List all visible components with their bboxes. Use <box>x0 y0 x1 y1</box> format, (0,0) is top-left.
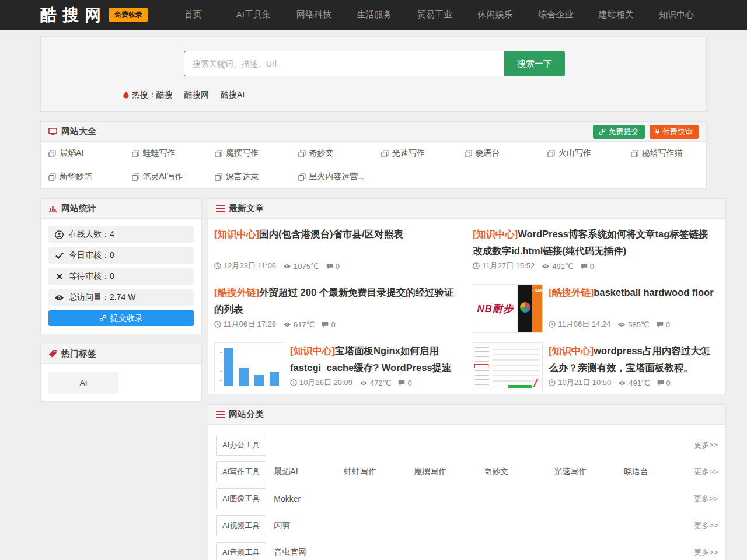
submit-site-button[interactable]: 提交收录 <box>48 310 194 326</box>
category-site-link[interactable]: Mokker <box>274 494 344 503</box>
category-site-link[interactable]: 魔撰写作 <box>414 467 484 477</box>
site-link[interactable]: 光速写作 <box>374 142 457 165</box>
article-category[interactable]: [酷搜外链] <box>549 287 594 298</box>
article-item[interactable]: [知识中心]国内(包含港澳台)省市县/区对照表 12月23日 11:06 107… <box>208 219 467 277</box>
article-item[interactable]: [知识中心]宝塔面板Nginx如何启用fastcgi_cache缓存? Word… <box>208 335 467 394</box>
category-row: AI办公工具 更多>> <box>208 432 725 459</box>
category-site-link[interactable]: 奇妙文 <box>484 467 554 477</box>
user-circle-icon <box>54 230 64 239</box>
category-site-link[interactable]: 晓语台 <box>624 467 694 477</box>
more-link[interactable]: 更多>> <box>694 547 718 558</box>
article-title[interactable]: [知识中心]宝塔面板Nginx如何启用fastcgi_cache缓存? Word… <box>290 342 459 376</box>
tag-chip-ai[interactable]: AI <box>48 372 118 394</box>
nav-item-entertainment[interactable]: 休闲娱乐 <box>465 9 526 20</box>
article-item[interactable]: [知识中心]WordPress博客系统如何将文章tag标签链接改成数字id.ht… <box>467 219 725 277</box>
site-link[interactable]: 新华妙笔 <box>41 165 124 188</box>
hot-term[interactable]: 酷搜 <box>156 90 173 100</box>
nav-item-knowledge[interactable]: 知识中心 <box>647 9 707 20</box>
site-link[interactable]: 魔撰写作 <box>207 142 291 165</box>
article-item[interactable]: [酷搜外链]外贸超过 200 个最新免费目录提交的经过验证的列表 11月06日 … <box>208 277 467 335</box>
site-link[interactable]: 晨熖AI <box>41 142 124 165</box>
nav-item-site-building[interactable]: 建站相关 <box>586 9 647 20</box>
clone-icon <box>215 173 222 181</box>
article-comments: 0 <box>407 379 411 387</box>
site-link[interactable]: 晓语台 <box>457 142 540 165</box>
hot-term[interactable]: 酷搜AI <box>221 90 245 100</box>
site-link[interactable]: 秘塔写作猫 <box>623 142 707 165</box>
main-nav: 首页 AI工具集 网络科技 生活服务 贸易工业 休闲娱乐 综合企业 建站相关 知… <box>163 9 707 20</box>
article-comments: 0 <box>666 379 671 387</box>
article-title[interactable]: [知识中心]WordPress博客系统如何将文章tag标签链接改成数字id.ht… <box>473 226 717 260</box>
clock-icon <box>290 379 297 386</box>
search-button[interactable]: 搜索一下 <box>504 51 565 76</box>
main-column: 最新文章 [知识中心]国内(包含港澳台)省市县/区对照表 12月23日 11:0… <box>208 198 726 560</box>
category-site-link[interactable]: 晨熖AI <box>274 467 344 477</box>
nav-item-life-services[interactable]: 生活服务 <box>344 9 405 20</box>
article-comments: 0 <box>590 262 594 271</box>
nav-item-home[interactable]: 首页 <box>163 9 224 20</box>
article-category[interactable]: [酷搜外链] <box>214 287 259 298</box>
article-thumbnail[interactable] <box>214 342 284 391</box>
site-link[interactable]: 星火内容运营... <box>291 165 374 188</box>
article-item[interactable]: NB耐步 FIBA [酷搜外链]basketball hardwood floo… <box>467 277 725 335</box>
site-link[interactable]: 蛙蛙写作 <box>124 142 208 165</box>
nav-item-network-tech[interactable]: 网络科技 <box>284 9 344 20</box>
site-link[interactable]: 火山写作 <box>540 142 623 165</box>
category-label[interactable]: AI视频工具 <box>216 515 266 536</box>
article-item[interactable]: [知识中心]wordpress占用内容过大怎么办？亲测有效，宝塔面板教程。 10… <box>467 335 725 394</box>
eye-icon <box>618 380 626 386</box>
search-input[interactable] <box>184 51 504 76</box>
more-link[interactable]: 更多>> <box>694 494 718 504</box>
bar-chart-icon <box>48 204 57 213</box>
article-category[interactable]: [知识中心] <box>214 229 259 239</box>
category-row: AI图像工具 Mokker 更多>> <box>208 485 725 512</box>
free-include-badge[interactable]: 免费收录 <box>109 8 148 22</box>
article-title[interactable]: [酷搜外链]外贸超过 200 个最新免费目录提交的经过验证的列表 <box>214 284 459 318</box>
category-site-link[interactable]: 蛙蛙写作 <box>344 467 414 477</box>
article-title[interactable]: [酷搜外链]basketball hardwood floor <box>549 284 717 301</box>
site-directory-header: 网站大全 免费提交 ¥ 付费快审 <box>41 122 706 142</box>
article-category[interactable]: [知识中心] <box>290 345 335 356</box>
eye-icon <box>283 322 291 327</box>
article-title[interactable]: [知识中心]wordpress占用内容过大怎么办？亲测有效，宝塔面板教程。 <box>549 342 717 376</box>
nav-item-ai-tools[interactable]: AI工具集 <box>224 9 284 20</box>
category-site-link[interactable]: 音虫官网 <box>274 547 344 558</box>
site-directory-grid: 晨熖AI 蛙蛙写作 魔撰写作 奇妙文 光速写作 晓语台 火山写作 秘塔写作猫 新… <box>41 142 706 188</box>
site-logo[interactable]: 酷搜网 <box>40 4 107 26</box>
free-submit-button[interactable]: 免费提交 <box>593 125 645 139</box>
hot-term[interactable]: 酷搜网 <box>184 90 209 100</box>
tag-icon <box>48 349 57 358</box>
nav-item-trade-industry[interactable]: 贸易工业 <box>404 9 465 20</box>
category-site-link[interactable]: 闪剪 <box>274 520 344 531</box>
article-date: 11月27日 15:52 <box>482 261 535 271</box>
article-thumbnail[interactable]: NB耐步 FIBA <box>473 284 543 333</box>
site-link[interactable]: 奇妙文 <box>291 142 374 165</box>
more-link[interactable]: 更多>> <box>694 520 718 531</box>
clock-icon <box>549 321 556 328</box>
sidebar: 网站统计 在线人数：4 今日审核：0 <box>40 198 202 402</box>
article-thumbnail[interactable] <box>473 342 543 391</box>
category-label[interactable]: AI写作工具 <box>216 461 266 482</box>
category-label[interactable]: AI音频工具 <box>216 542 266 560</box>
clone-icon <box>48 150 56 158</box>
x-icon <box>54 273 64 280</box>
article-title[interactable]: [知识中心]国内(包含港澳台)省市县/区对照表 <box>214 226 459 243</box>
basketball-icon <box>520 302 530 313</box>
site-link[interactable]: 深言达意 <box>207 165 291 188</box>
article-date: 10月21日 10:50 <box>558 377 611 388</box>
site-link[interactable]: 笔灵AI写作 <box>124 165 208 188</box>
search-group: 搜索一下 <box>184 51 565 76</box>
category-label[interactable]: AI图像工具 <box>216 488 266 509</box>
category-label[interactable]: AI办公工具 <box>216 435 266 456</box>
paid-review-button[interactable]: ¥ 付费快审 <box>650 125 699 139</box>
category-row: AI写作工具 晨熖AI 蛙蛙写作 魔撰写作 奇妙文 光速写作 晓语台 更多>> <box>208 459 725 485</box>
eye-icon <box>359 380 368 386</box>
article-date: 12月23日 11:06 <box>224 261 276 271</box>
clone-icon <box>48 173 56 181</box>
more-link[interactable]: 更多>> <box>694 440 718 450</box>
article-category[interactable]: [知识中心] <box>473 229 518 239</box>
more-link[interactable]: 更多>> <box>694 467 718 477</box>
nav-item-enterprise[interactable]: 综合企业 <box>525 9 586 20</box>
article-category[interactable]: [知识中心] <box>549 345 594 356</box>
category-site-link[interactable]: 光速写作 <box>554 467 624 477</box>
